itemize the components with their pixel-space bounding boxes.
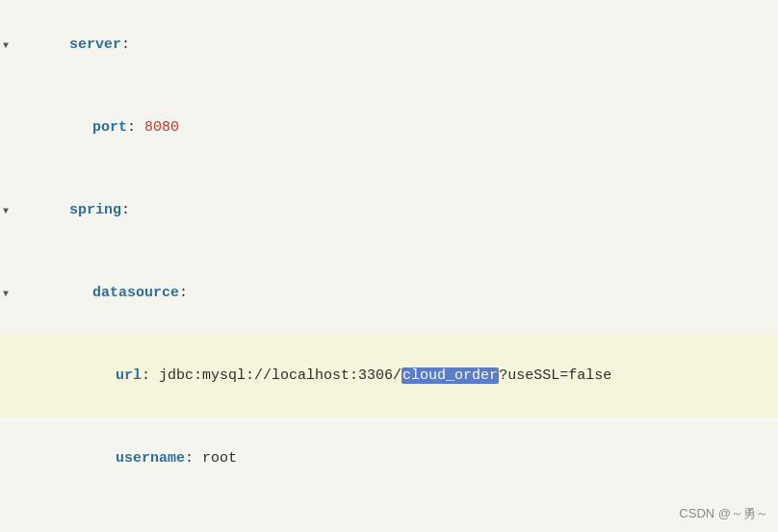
- content-spring: spring:: [13, 170, 778, 251]
- value-port: 8080: [136, 119, 179, 136]
- key-username: username: [116, 450, 185, 467]
- line-server: ▼ server:: [0, 4, 778, 87]
- fold-arrow-spring[interactable]: ▼: [3, 206, 9, 216]
- key-spring: spring: [69, 202, 121, 218]
- line-username: username: root: [0, 418, 778, 500]
- content-url: url: jdbc:mysql://localhost:3306/cloud_o…: [13, 336, 778, 417]
- key-url: url: [116, 367, 142, 384]
- key-server: server: [69, 37, 121, 53]
- line-spring: ▼ spring:: [0, 169, 778, 252]
- content-datasource: datasource:: [13, 253, 778, 334]
- colon-url: :: [142, 367, 150, 384]
- colon-port: :: [127, 119, 136, 136]
- colon-username: :: [185, 450, 194, 467]
- code-container: ▼ server: port: 8080 ▼ spring: ▼ datasou…: [0, 0, 778, 532]
- fold-arrow-server[interactable]: ▼: [3, 40, 9, 51]
- line-datasource: ▼ datasource:: [0, 252, 778, 335]
- content-password: password: 123: [13, 501, 778, 532]
- colon-spring: :: [121, 202, 130, 218]
- gutter-server: ▼: [0, 40, 13, 51]
- fold-arrow-datasource[interactable]: ▼: [3, 289, 9, 299]
- key-port: port: [92, 119, 127, 136]
- highlight-cloud-order: cloud_order: [402, 367, 499, 384]
- content-server: server:: [13, 5, 778, 86]
- key-datasource: datasource: [92, 285, 179, 301]
- colon-datasource: :: [179, 285, 188, 301]
- gutter-spring: ▼: [0, 206, 13, 216]
- value-url-prefix: jdbc:mysql://localhost:3306/: [150, 367, 402, 384]
- content-username: username: root: [13, 418, 778, 499]
- line-url: url: jdbc:mysql://localhost:3306/cloud_o…: [0, 335, 778, 418]
- line-port: port: 8080: [0, 87, 778, 169]
- line-password: password: 123: [0, 500, 778, 532]
- value-url-suffix: ?useSSL=false: [499, 367, 611, 384]
- value-username: root: [194, 450, 237, 467]
- gutter-datasource: ▼: [0, 289, 13, 299]
- watermark: CSDN @～勇～: [679, 505, 768, 522]
- colon-server: :: [121, 37, 130, 53]
- content-port: port: 8080: [13, 88, 778, 168]
